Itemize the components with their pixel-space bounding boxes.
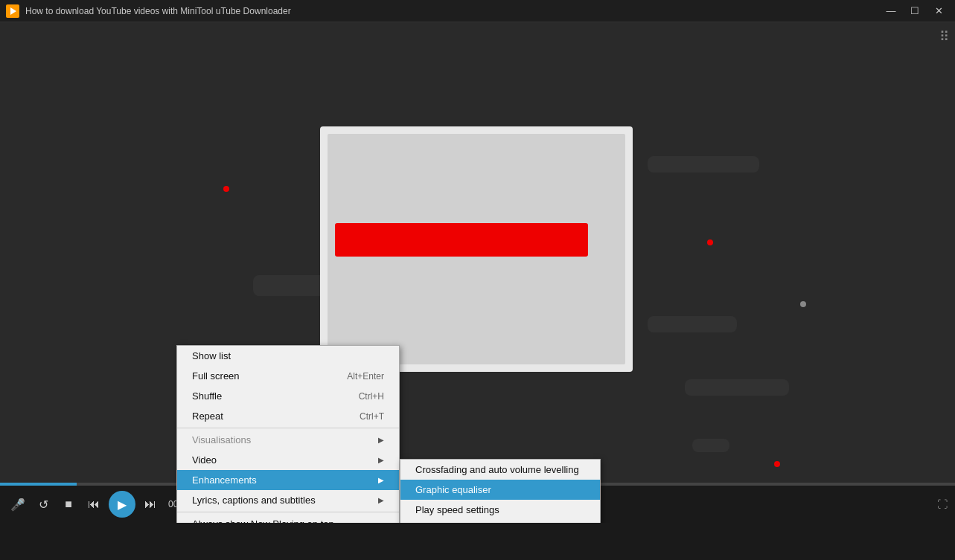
- play-button[interactable]: ▶: [109, 491, 135, 518]
- menu-item-shuffle[interactable]: Shuffle Ctrl+H: [177, 386, 399, 406]
- enhancements-submenu: Crossfading and auto volume levelling Gr…: [400, 459, 601, 523]
- video-area: ⠿ Show list Full screen Alt+Enter Shuffl…: [0, 22, 955, 523]
- video-frame-inner: [328, 134, 625, 364]
- video-red-bar: [335, 223, 588, 257]
- dots-icon[interactable]: ⠿: [939, 28, 949, 45]
- titlebar-left: How to download YouTube videos with Mini…: [6, 4, 291, 18]
- submenu-item-quiet-mode[interactable]: Quiet mode: [400, 520, 600, 523]
- menu-item-visualisations[interactable]: Visualisations ▶: [177, 430, 399, 450]
- prev-button[interactable]: ⏮: [83, 494, 104, 515]
- titlebar: How to download YouTube videos with Mini…: [0, 0, 955, 22]
- submenu-item-play-speed[interactable]: Play speed settings: [400, 500, 600, 520]
- window-title: How to download YouTube videos with Mini…: [25, 6, 291, 16]
- next-button[interactable]: ⏭: [140, 494, 161, 515]
- menu-sep-1: [177, 428, 399, 428]
- menu-item-always-show[interactable]: Always show Now Playing on top: [177, 514, 399, 523]
- context-menu: Show list Full screen Alt+Enter Shuffle …: [176, 345, 400, 523]
- close-button[interactable]: ✕: [928, 4, 949, 19]
- titlebar-controls: — ☐ ✕: [881, 4, 949, 19]
- repeat-button[interactable]: ↺: [33, 494, 54, 515]
- video-frame: [320, 126, 633, 372]
- submenu-item-crossfading[interactable]: Crossfading and auto volume levelling: [400, 460, 600, 480]
- fullscreen-button[interactable]: ⛶: [937, 498, 948, 510]
- menu-item-full-screen[interactable]: Full screen Alt+Enter: [177, 366, 399, 386]
- maximize-button[interactable]: ☐: [904, 4, 925, 19]
- stop-button[interactable]: ■: [58, 494, 79, 515]
- mic-button[interactable]: 🎤: [7, 494, 28, 515]
- menu-item-enhancements[interactable]: Enhancements ▶: [177, 470, 399, 490]
- menu-item-video[interactable]: Video ▶: [177, 450, 399, 470]
- submenu-item-graphic-eq[interactable]: Graphic equaliser: [400, 480, 600, 500]
- menu-item-show-list[interactable]: Show list: [177, 346, 399, 366]
- minimize-button[interactable]: —: [881, 4, 901, 19]
- menu-item-repeat[interactable]: Repeat Ctrl+T: [177, 406, 399, 426]
- menu-sep-2: [177, 512, 399, 512]
- menu-item-lyrics[interactable]: Lyrics, captions and subtitles ▶: [177, 490, 399, 510]
- app-icon: [6, 4, 19, 18]
